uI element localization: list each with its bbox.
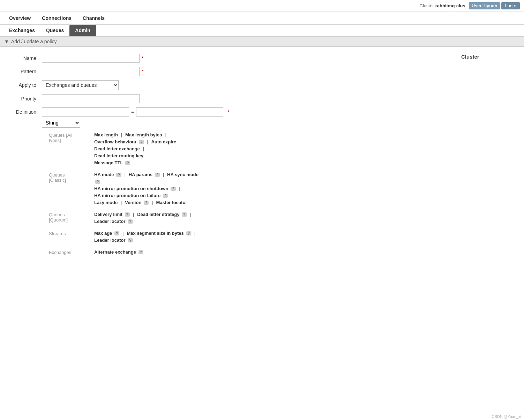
right-cluster-title: Cluster [461, 54, 517, 60]
nav-admin[interactable]: Admin [69, 25, 96, 36]
link-max-length[interactable]: Max length [94, 132, 118, 137]
priority-input[interactable] [42, 94, 140, 103]
hints-classic-line-2: ? [94, 179, 447, 184]
link-alternate-exchange[interactable]: Alternate exchange [94, 249, 136, 255]
alternate-exchange-help[interactable]: ? [139, 250, 143, 254]
ha-mirror-failure-help[interactable]: ? [163, 194, 168, 198]
hints-streams-line-1: Max age ? | Max segment size in bytes ? … [94, 230, 447, 236]
hints-queues-all-label: Queues [Alltypes] [49, 132, 94, 143]
definition-type-select[interactable]: String Number Boolean List [42, 118, 80, 128]
hints-classic-line-5: Lazy mode | Version ? | Master locator [94, 200, 447, 205]
ha-mode-help[interactable]: ? [116, 173, 121, 177]
nav-overview[interactable]: Overview [3, 12, 36, 24]
hints-queues-quorum-label: Queues[Quorum] [49, 211, 94, 223]
policy-hints: Queues [Alltypes] Max length | Max lengt… [49, 132, 447, 256]
hints-queues-classic-links: HA mode ? | HA params ? | HA sync mode ?… [94, 172, 447, 207]
ha-sync-mode-help[interactable]: ? [95, 180, 100, 184]
pattern-label: Pattern: [7, 69, 42, 74]
collapse-arrow[interactable]: ▼ [4, 39, 9, 44]
definition-top-row: = * [42, 107, 230, 117]
definition-required: * [227, 109, 229, 115]
section-title: Add / update a policy [11, 39, 57, 44]
hints-line-1: Max length | Max length bytes | [94, 132, 447, 137]
hints-quorum-line-1: Delivery limit ? | Dead letter strategy … [94, 211, 447, 217]
hints-queues-quorum-links: Delivery limit ? | Dead letter strategy … [94, 211, 447, 225]
definition-row: Definition: = * String Number Boolean Li… [7, 107, 447, 128]
hints-line-5: Message TTL ? [94, 160, 447, 165]
secondary-nav: Exchanges Queues Admin [0, 25, 524, 37]
hints-streams: Streams Max age ? | Max segment size in … [49, 230, 447, 244]
link-overflow-behaviour[interactable]: Overflow behaviour [94, 139, 136, 144]
link-dead-letter-exchange[interactable]: Dead letter exchange [94, 146, 140, 151]
link-version[interactable]: Version [125, 200, 141, 205]
hints-line-4: Dead letter routing key [94, 153, 447, 158]
apply-to-row: Apply to: Exchanges and queues Exchanges… [7, 80, 447, 90]
name-input[interactable] [42, 54, 140, 63]
definition-label: Definition: [7, 107, 42, 115]
primary-nav: Overview Connections Channels [0, 12, 524, 25]
link-max-length-bytes[interactable]: Max length bytes [125, 132, 162, 137]
hints-line-3: Dead letter exchange | [94, 146, 447, 151]
link-dead-letter-strategy[interactable]: Dead letter strategy [137, 212, 179, 217]
name-row: Name: * [7, 54, 447, 63]
message-ttl-help[interactable]: ? [125, 161, 130, 165]
user-name: liyuan [484, 3, 497, 8]
leader-locator-quorum-help[interactable]: ? [128, 219, 133, 224]
version-help[interactable]: ? [144, 201, 149, 205]
link-ha-params[interactable]: HA params [129, 172, 152, 177]
definition-value-input[interactable] [136, 107, 223, 117]
link-ha-mode[interactable]: HA mode [94, 172, 114, 177]
nav-exchanges[interactable]: Exchanges [3, 25, 40, 36]
link-leader-locator-streams[interactable]: Leader locator [94, 238, 126, 243]
pattern-input[interactable] [42, 67, 140, 76]
cluster-name: rabbitmq-clus [435, 3, 465, 8]
ha-mirror-shutdown-help[interactable]: ? [171, 187, 175, 191]
link-lazy-mode[interactable]: Lazy mode [94, 200, 118, 205]
section-header: ▼ Add / update a policy [0, 37, 524, 47]
link-ha-mirror-promotion-failure[interactable]: HA mirror promotion on failure [94, 193, 160, 198]
link-ha-sync-mode[interactable]: HA sync mode [167, 172, 199, 177]
hints-classic-line-3: HA mirror promotion on shutdown ? | [94, 186, 447, 191]
nav-channels[interactable]: Channels [77, 12, 110, 24]
delivery-limit-help[interactable]: ? [125, 212, 130, 217]
hints-classic-line-4: HA mirror promotion on failure ? [94, 193, 447, 198]
right-section: Cluster [454, 50, 524, 261]
definition-key-input[interactable] [42, 107, 129, 117]
overflow-behaviour-help[interactable]: ? [139, 140, 144, 144]
user-badge: User liyuan [469, 2, 500, 9]
dead-letter-strategy-help[interactable]: ? [182, 212, 187, 217]
name-label: Name: [7, 55, 42, 61]
name-required: * [142, 55, 143, 61]
form-section: Name: * Pattern: * Apply to: Exchanges a… [0, 50, 454, 261]
leader-locator-streams-help[interactable]: ? [128, 238, 133, 242]
pattern-required: * [142, 69, 143, 74]
nav-connections[interactable]: Connections [36, 12, 77, 24]
link-ha-mirror-promotion-shutdown[interactable]: HA mirror promotion on shutdown [94, 186, 169, 191]
apply-to-select[interactable]: Exchanges and queues Exchanges Queues [42, 80, 119, 90]
hints-queues-quorum: Queues[Quorum] Delivery limit ? | Dead l… [49, 211, 447, 225]
main-content: Name: * Pattern: * Apply to: Exchanges a… [0, 47, 524, 264]
hints-streams-links: Max age ? | Max segment size in bytes ? … [94, 230, 447, 244]
max-age-help[interactable]: ? [114, 231, 119, 235]
logout-button[interactable]: Log o [501, 2, 520, 9]
link-delivery-limit[interactable]: Delivery limit [94, 212, 122, 217]
definition-inputs: = * String Number Boolean List [42, 107, 230, 128]
nav-queues[interactable]: Queues [40, 25, 69, 36]
link-max-segment-size[interactable]: Max segment size in bytes [127, 231, 184, 236]
equals-sign: = [131, 109, 134, 115]
ha-params-help[interactable]: ? [155, 173, 160, 177]
hints-exchanges-label: Exchanges [49, 249, 94, 255]
hints-queues-all: Queues [Alltypes] Max length | Max lengt… [49, 132, 447, 167]
hints-line-2: Overflow behaviour ? | Auto expire [94, 139, 447, 144]
hints-queues-classic-label: Queues[Classic] [49, 172, 94, 183]
link-leader-locator-quorum[interactable]: Leader locator [94, 219, 126, 224]
max-segment-size-help[interactable]: ? [186, 231, 191, 235]
hints-exchanges: Exchanges Alternate exchange ? [49, 249, 447, 256]
hints-exchanges-links: Alternate exchange ? [94, 249, 447, 256]
link-master-locator[interactable]: Master locator [156, 200, 187, 205]
link-auto-expire[interactable]: Auto expire [151, 139, 177, 144]
link-dead-letter-routing-key[interactable]: Dead letter routing key [94, 153, 143, 158]
link-max-age[interactable]: Max age [94, 231, 112, 236]
link-message-ttl[interactable]: Message TTL [94, 160, 123, 165]
priority-label: Priority: [7, 96, 42, 102]
